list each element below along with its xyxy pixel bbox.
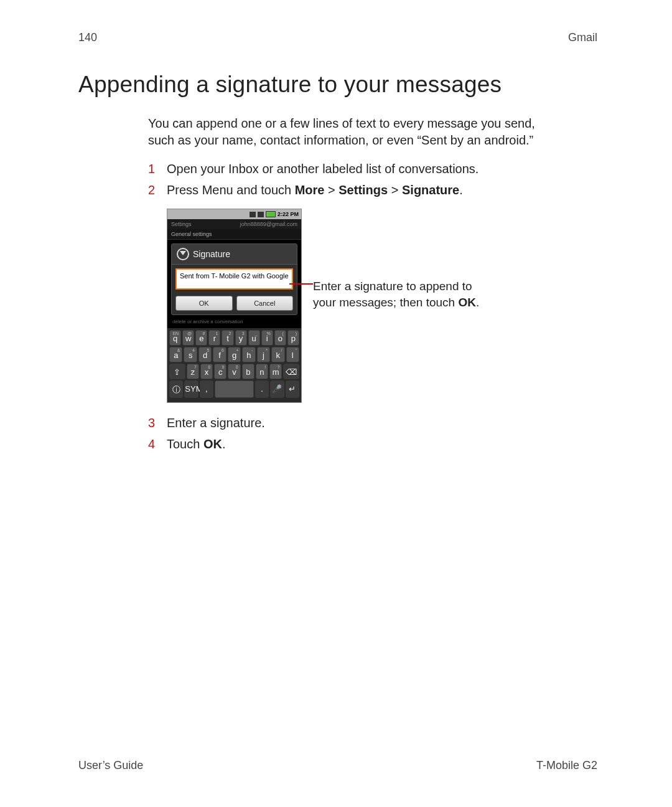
- keyboard-key-i[interactable]: i%: [261, 330, 273, 346]
- ok-label: OK: [203, 437, 222, 451]
- cancel-button[interactable]: Cancel: [236, 296, 294, 311]
- footer-left: User’s Guide: [78, 759, 143, 772]
- t: your messages; then touch: [313, 296, 458, 309]
- signature-input[interactable]: [175, 268, 293, 290]
- on-screen-keyboard: qENw@e#r1t2y3u_i%o(p) a&s4d5f6g+h-j*k/l"…: [167, 328, 301, 402]
- keyboard-row-4: ⓘSYM,.🎤↵: [169, 380, 299, 398]
- appbar-account: john88889@gmail.com: [240, 221, 297, 227]
- page-footer: User’s Guide T-Mobile G2: [78, 759, 597, 772]
- keyboard-key-f[interactable]: f6: [213, 347, 226, 362]
- signal-icon: [258, 212, 264, 217]
- content: You can append one or a few lines of tex…: [148, 115, 546, 453]
- settings-section-label: General settings: [167, 229, 301, 240]
- t: .: [459, 183, 463, 197]
- keyboard-row-2: a&s4d5f6g+h-j*k/l": [169, 347, 299, 362]
- keyboard-key-o[interactable]: o(: [274, 330, 286, 346]
- keyboard-row-3: ⇧z7x8c9v0bn!m?⌫: [169, 364, 299, 379]
- phone-screenshot: 2:22 PM Settings john88889@gmail.com Gen…: [167, 209, 302, 403]
- t: Touch: [167, 437, 203, 451]
- step-4: 4 Touch OK.: [148, 435, 546, 453]
- t: Press: [167, 183, 202, 197]
- t: and touch: [233, 183, 295, 197]
- callout-leader-line: [289, 283, 313, 285]
- keyboard-key-h[interactable]: h-: [242, 347, 255, 362]
- keyboard-key-y[interactable]: y3: [235, 330, 247, 346]
- keyboard-key-j[interactable]: j*: [257, 347, 270, 362]
- keyboard-key-k[interactable]: k/: [271, 347, 284, 362]
- page-header: 140 Gmail: [78, 31, 597, 44]
- keyboard-key-space[interactable]: [215, 380, 254, 398]
- keyboard-key-backspace[interactable]: ⌫: [283, 364, 299, 379]
- dialog-buttons: OK Cancel: [172, 296, 297, 314]
- keyboard-key-comma[interactable]: ,: [200, 380, 213, 398]
- keyboard-key-t[interactable]: t2: [222, 330, 233, 346]
- page-title: Appending a signature to your messages: [78, 72, 597, 98]
- keyboard-key-n[interactable]: n!: [256, 364, 268, 379]
- keyboard-key-q[interactable]: qEN: [169, 330, 181, 346]
- steps-list-continued: 3 Enter a signature. 4 Touch OK.: [148, 414, 546, 453]
- keyboard-row-1: qENw@e#r1t2y3u_i%o(p): [169, 330, 299, 346]
- network-icon: [250, 212, 256, 217]
- status-time: 2:22 PM: [278, 211, 299, 217]
- page-number: 140: [78, 31, 97, 44]
- footer-right: T-Mobile G2: [536, 759, 597, 772]
- figure-row: 2:22 PM Settings john88889@gmail.com Gen…: [167, 209, 546, 403]
- intro-paragraph: You can append one or a few lines of tex…: [148, 115, 546, 149]
- step-text: Touch OK.: [167, 435, 226, 453]
- keyboard-key-r[interactable]: r1: [208, 330, 220, 346]
- page: 140 Gmail Appending a signature to your …: [0, 0, 672, 807]
- dialog-title-bar: Signature: [172, 244, 297, 265]
- keyboard-key-w[interactable]: w@: [182, 330, 194, 346]
- arrow-down-circle-icon: [177, 248, 189, 260]
- ok-label: OK: [458, 296, 476, 309]
- keyboard-key-mic[interactable]: 🎤: [270, 380, 284, 398]
- background-setting-row: delete or archive a conversation: [167, 319, 301, 328]
- ok-button[interactable]: OK: [175, 296, 233, 311]
- keyboard-key-p[interactable]: p): [287, 330, 299, 346]
- step-1: 1 Open your Inbox or another labeled lis…: [148, 160, 546, 177]
- path-more: More: [295, 183, 325, 197]
- keyboard-key-u[interactable]: u_: [248, 330, 260, 346]
- keyboard-key-e[interactable]: e#: [195, 330, 207, 346]
- battery-icon: [266, 211, 276, 217]
- menu-key-label: Menu: [202, 183, 233, 197]
- step-number: 3: [148, 414, 158, 432]
- step-2: 2 Press Menu and touch More > Settings >…: [148, 181, 546, 199]
- t: Enter a signature to append to: [313, 280, 472, 293]
- app-bar: Settings john88889@gmail.com: [167, 219, 301, 229]
- keyboard-key-z[interactable]: z7: [187, 364, 199, 379]
- section-name: Gmail: [568, 31, 597, 44]
- keyboard-key-g[interactable]: g+: [228, 347, 241, 362]
- keyboard-key-s[interactable]: s4: [184, 347, 197, 362]
- t: >: [388, 183, 402, 197]
- keyboard-key-sym[interactable]: SYM: [184, 380, 198, 398]
- step-number: 2: [148, 181, 158, 199]
- path-settings: Settings: [338, 183, 388, 197]
- keyboard-key-d[interactable]: d5: [198, 347, 212, 362]
- step-text: Enter a signature.: [167, 414, 265, 432]
- step-text: Press Menu and touch More > Settings > S…: [167, 181, 463, 199]
- keyboard-key-info[interactable]: ⓘ: [169, 380, 183, 398]
- keyboard-key-v[interactable]: v0: [228, 364, 240, 379]
- keyboard-key-c[interactable]: c9: [214, 364, 226, 379]
- dialog-body: [172, 265, 297, 296]
- signature-dialog: Signature OK Cancel: [171, 243, 297, 315]
- t: .: [476, 296, 479, 309]
- keyboard-key-shift[interactable]: ⇧: [169, 364, 185, 379]
- t: >: [324, 183, 338, 197]
- dialog-title: Signature: [193, 249, 230, 259]
- keyboard-key-period[interactable]: .: [255, 380, 269, 398]
- steps-list: 1 Open your Inbox or another labeled lis…: [148, 160, 546, 199]
- keyboard-key-enter[interactable]: ↵: [286, 380, 299, 398]
- status-bar: 2:22 PM: [167, 209, 301, 219]
- keyboard-key-m[interactable]: m?: [269, 364, 282, 379]
- keyboard-key-l[interactable]: l": [286, 347, 299, 362]
- keyboard-key-x[interactable]: x8: [200, 364, 213, 379]
- step-text: Open your Inbox or another labeled list …: [167, 160, 478, 177]
- step-number: 1: [148, 160, 158, 177]
- step-3: 3 Enter a signature.: [148, 414, 546, 432]
- path-signature: Signature: [402, 183, 459, 197]
- t: .: [222, 437, 226, 451]
- keyboard-key-a[interactable]: a&: [169, 347, 182, 362]
- keyboard-key-b[interactable]: b: [242, 364, 254, 379]
